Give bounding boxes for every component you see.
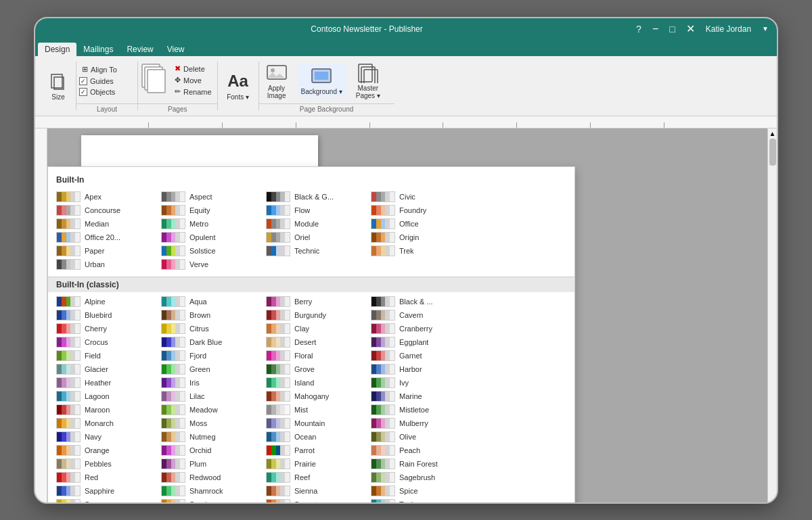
rename-button[interactable]: ✏ Rename — [172, 87, 215, 97]
scheme-item[interactable]: Fjord — [158, 349, 263, 362]
master-pages-button[interactable]: MasterPages ▾ — [352, 60, 384, 101]
move-button[interactable]: ✥ Move — [172, 75, 215, 85]
scheme-item[interactable]: Cavern — [368, 308, 473, 322]
scheme-item[interactable]: Crocus — [53, 335, 158, 349]
scroll-up-btn[interactable]: ▲ — [768, 128, 777, 137]
scheme-item[interactable]: Orange — [53, 444, 158, 457]
objects-checkbox-row[interactable]: ✓ Objects — [79, 87, 115, 97]
close-btn[interactable]: ✕ — [686, 22, 695, 35]
scheme-item[interactable]: Bluebird — [53, 308, 158, 322]
scheme-item[interactable]: Sagebrush — [368, 471, 473, 484]
scroll-down-btn[interactable]: ▼ — [768, 499, 777, 504]
background-button[interactable]: Background ▾ — [297, 64, 346, 97]
scheme-item[interactable]: Origin — [368, 231, 473, 244]
scheme-item[interactable]: Dark Blue — [158, 335, 263, 349]
scheme-item[interactable]: Marine — [368, 389, 473, 403]
scheme-item[interactable]: Sunset — [263, 498, 368, 504]
scheme-item[interactable]: Floral — [263, 349, 368, 362]
scheme-item[interactable]: Sapphire — [53, 484, 158, 498]
scheme-item[interactable]: Meadow — [158, 403, 263, 417]
scheme-item[interactable]: Berry — [263, 295, 368, 308]
scrollbar-right[interactable]: ▲ ▼ — [767, 128, 777, 504]
tab-mailings[interactable]: Mailings — [76, 43, 120, 56]
scheme-item[interactable]: Citrus — [158, 322, 263, 335]
minimize-btn[interactable]: − — [652, 23, 658, 35]
scheme-item[interactable]: Maroon — [53, 403, 158, 417]
scheme-item[interactable]: Mahogany — [263, 389, 368, 403]
scheme-item[interactable]: Iris — [158, 376, 263, 389]
scheme-item[interactable]: Office 20... — [53, 231, 158, 244]
scheme-item[interactable]: Orchid — [158, 444, 263, 457]
scheme-item[interactable]: Ivy — [368, 376, 473, 389]
scheme-item[interactable]: Median — [53, 217, 158, 231]
scheme-item[interactable]: Trek — [368, 244, 473, 258]
fonts-button[interactable]: Aa Fonts ▾ — [223, 69, 253, 102]
scheme-item[interactable]: Cranberry — [368, 322, 473, 335]
scheme-item[interactable]: Summer — [53, 498, 158, 504]
scheme-item[interactable]: Red — [53, 471, 158, 484]
apply-image-button[interactable]: ApplyImage — [262, 60, 292, 101]
align-to-button[interactable]: ⊞ Align To — [79, 64, 120, 75]
scheme-item[interactable]: Concourse — [53, 204, 158, 217]
scheme-item[interactable]: Garnet — [368, 349, 473, 362]
scheme-item[interactable]: Apex — [53, 190, 158, 204]
scheme-item[interactable]: Rain Forest — [368, 457, 473, 471]
scheme-item[interactable]: Plum — [158, 457, 263, 471]
scheme-item[interactable]: Mist — [263, 403, 368, 417]
scheme-item[interactable]: Equity — [158, 204, 263, 217]
scheme-item[interactable]: Lagoon — [53, 389, 158, 403]
scheme-item[interactable]: Teal — [368, 498, 473, 504]
scheme-item[interactable]: Verve — [158, 258, 263, 271]
color-scheme-dropdown[interactable]: Built-In ApexAspectBlack & G...CivicConc… — [47, 166, 575, 504]
scheme-item[interactable]: Aspect — [158, 190, 263, 204]
scheme-item[interactable]: Heather — [53, 376, 158, 389]
maximize-btn[interactable]: □ — [669, 24, 675, 34]
scheme-item[interactable]: Aqua — [158, 295, 263, 308]
scheme-item[interactable]: Cherry — [53, 322, 158, 335]
scheme-item[interactable]: Black & ... — [368, 295, 473, 308]
guides-checkbox[interactable]: ✓ — [79, 77, 87, 85]
scheme-item[interactable]: Reef — [263, 471, 368, 484]
scheme-item[interactable]: Grove — [263, 362, 368, 376]
scheme-item[interactable]: Oriel — [263, 231, 368, 244]
scheme-item[interactable]: Green — [158, 362, 263, 376]
scheme-item[interactable]: Glacier — [53, 362, 158, 376]
guides-checkbox-row[interactable]: ✓ Guides — [79, 76, 114, 86]
scheme-item[interactable]: Island — [263, 376, 368, 389]
scheme-item[interactable]: Eggplant — [368, 335, 473, 349]
scheme-item[interactable]: Technic — [263, 244, 368, 258]
scheme-item[interactable]: Prairie — [263, 457, 368, 471]
scheme-item[interactable]: Moss — [158, 417, 263, 430]
scheme-item[interactable]: Mulberry — [368, 417, 473, 430]
scheme-item[interactable]: Sienna — [263, 484, 368, 498]
scheme-item[interactable]: Shamrock — [158, 484, 263, 498]
scheme-item[interactable]: Module — [263, 217, 368, 231]
scheme-item[interactable]: Ocean — [263, 430, 368, 444]
scheme-item[interactable]: Parrot — [263, 444, 368, 457]
tab-design[interactable]: Design — [38, 43, 76, 56]
scheme-item[interactable]: Metro — [158, 217, 263, 231]
scheme-item[interactable]: Nutmeg — [158, 430, 263, 444]
objects-checkbox[interactable]: ✓ — [79, 88, 87, 96]
scheme-item[interactable]: Monarch — [53, 417, 158, 430]
scheme-item[interactable]: Navy — [53, 430, 158, 444]
scheme-item[interactable]: Black & G... — [263, 190, 368, 204]
help-btn[interactable]: ? — [636, 24, 641, 34]
tab-review[interactable]: Review — [120, 43, 160, 56]
scheme-item[interactable]: Paper — [53, 244, 158, 258]
scheme-item[interactable]: Urban — [53, 258, 158, 271]
scheme-item[interactable]: Pebbles — [53, 457, 158, 471]
scheme-item[interactable]: Harbor — [368, 362, 473, 376]
delete-button[interactable]: ✖ Delete — [172, 64, 215, 74]
scheme-item[interactable]: Opulent — [158, 231, 263, 244]
scheme-item[interactable]: Alpine — [53, 295, 158, 308]
scheme-item[interactable]: Spice — [368, 484, 473, 498]
scheme-item[interactable]: Redwood — [158, 471, 263, 484]
scheme-item[interactable]: Burgundy — [263, 308, 368, 322]
scheme-item[interactable]: Mistletoe — [368, 403, 473, 417]
scheme-item[interactable]: Clay — [263, 322, 368, 335]
scheme-item[interactable]: Office — [368, 217, 473, 231]
scheme-item[interactable]: Solstice — [158, 244, 263, 258]
scheme-item[interactable]: Desert — [263, 335, 368, 349]
scheme-item[interactable]: Mountain — [263, 417, 368, 430]
